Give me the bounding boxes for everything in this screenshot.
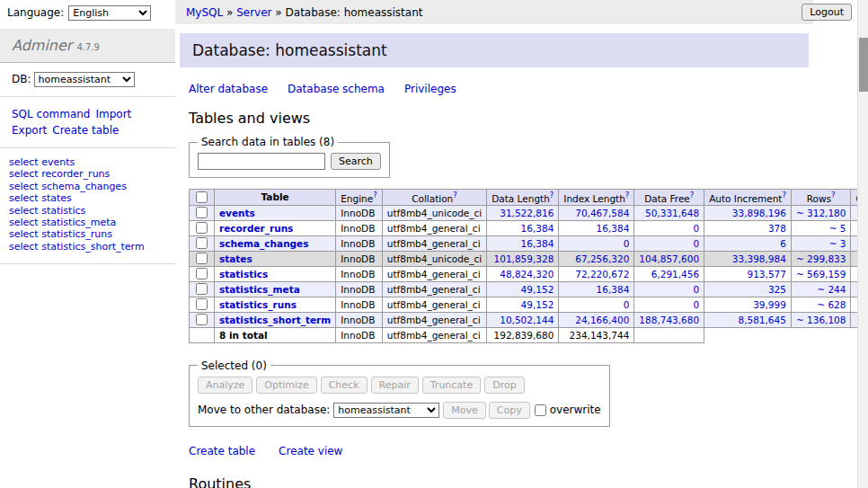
help-icon[interactable]: ? [550,191,554,200]
help-icon[interactable]: ? [453,191,457,200]
breadcrumb-link-mysql[interactable]: MySQL [186,6,223,19]
rows-count-link[interactable]: ~ 136,108 [796,315,846,325]
sidebar-item-select-recorder-runs[interactable]: select recorder_runs [9,168,166,180]
data-free-link[interactable]: 6,291,456 [651,269,699,279]
create-view-link[interactable]: Create view [279,445,342,457]
search-button[interactable]: Search [331,153,381,170]
index-length-link[interactable]: 0 [624,238,630,249]
db-link-database-schema[interactable]: Database schema [288,83,385,95]
data-length-link[interactable]: 10,502,144 [500,315,554,325]
sidebar-item-select-schema-changes[interactable]: select schema_changes [9,181,166,192]
data-length-link[interactable]: 48,824,320 [500,269,554,279]
help-icon[interactable]: ? [625,191,630,200]
sidebar-item-select-statistics[interactable]: select statistics [9,205,166,217]
scrollbar[interactable] [857,0,868,488]
data-free-link[interactable]: 188,743,680 [639,315,699,325]
search-input[interactable] [198,153,325,170]
check-button[interactable]: Check [321,377,368,394]
select-all-checkbox[interactable] [196,191,208,203]
auto-increment-link[interactable]: 39,999 [753,299,786,310]
index-length-link[interactable]: 0 [624,299,630,310]
menu-action-export[interactable]: Export [12,122,47,138]
row-checkbox[interactable] [196,268,208,279]
data-length-link[interactable]: 16,384 [521,223,554,234]
help-icon[interactable]: ? [690,191,695,200]
data-free-link[interactable]: 0 [693,223,699,234]
data-length-link[interactable]: 49,152 [521,299,554,310]
data-free-link[interactable]: 0 [693,299,699,310]
sidebar-item-select-events[interactable]: select events [9,156,166,168]
copy-button[interactable]: Copy [489,402,530,419]
auto-increment-link[interactable]: 325 [768,284,786,295]
table-name-link[interactable]: states [219,253,252,264]
row-checkbox[interactable] [196,222,208,234]
data-free-link[interactable]: 0 [693,284,699,295]
help-icon[interactable]: ? [831,191,836,200]
auto-increment-link[interactable]: 33,898,196 [732,208,786,218]
help-icon[interactable]: ? [782,191,786,200]
sidebar-item-select-statistics-short-term[interactable]: select statistics_short_term [9,241,166,253]
move-db-select[interactable]: homeassistant [333,403,439,418]
rows-count-link[interactable]: ~ 244 [817,284,846,295]
auto-increment-link[interactable]: 913,577 [748,269,786,279]
data-length-link[interactable]: 31,522,816 [500,208,554,218]
sidebar-item-select-states[interactable]: select states [9,192,166,204]
data-length-link[interactable]: 16,384 [521,238,554,249]
repair-button[interactable]: Repair [371,377,419,394]
rows-count-link[interactable]: ~ 312,180 [796,208,846,218]
rows-count-link[interactable]: ~ 569,159 [796,269,846,279]
create-table-link[interactable]: Create table [189,445,255,457]
data-length-link[interactable]: 49,152 [521,284,554,295]
table-name-link[interactable]: statistics [219,269,268,279]
rows-count-link[interactable]: ~ 628 [817,299,846,310]
rows-count-link[interactable]: ~ 3 [829,238,846,249]
sidebar-item-select-statistics-runs[interactable]: select statistics_runs [9,228,166,240]
menu-action-import[interactable]: Import [95,106,131,122]
menu-action-create-table[interactable]: Create table [52,122,119,138]
auto-increment-link[interactable]: 33,398,984 [732,253,786,264]
row-checkbox[interactable] [196,237,208,249]
logout-button[interactable]: Logout [802,4,852,21]
help-icon[interactable]: ? [373,191,377,200]
scrollbar-thumb[interactable] [859,38,868,92]
table-name-link[interactable]: schema_changes [219,238,309,249]
sidebar-item-select-statistics-meta[interactable]: select statistics_meta [9,217,166,228]
db-link-privileges[interactable]: Privileges [404,83,456,95]
row-checkbox[interactable] [196,298,208,310]
data-length-link[interactable]: 101,859,328 [494,253,554,264]
index-length-link[interactable]: 70,467,584 [575,208,629,218]
analyze-button[interactable]: Analyze [198,377,252,394]
move-button[interactable]: Move [443,402,486,419]
overwrite-checkbox[interactable] [535,404,546,416]
table-name-link[interactable]: events [219,208,255,218]
data-free-link[interactable]: 0 [693,238,699,249]
db-link-alter-database[interactable]: Alter database [189,83,268,95]
row-checkbox[interactable] [196,253,208,264]
drop-button[interactable]: Drop [484,377,524,394]
breadcrumb-link-server[interactable]: Server [236,6,271,19]
row-checkbox[interactable] [196,283,208,295]
row-checkbox[interactable] [196,207,208,218]
auto-increment-link[interactable]: 378 [768,223,786,234]
auto-increment-link[interactable]: 8,581,645 [738,315,785,325]
table-name-link[interactable]: statistics_meta [219,284,300,295]
index-length-link[interactable]: 16,384 [597,284,630,295]
rows-count-link[interactable]: ~ 299,833 [796,253,846,264]
optimize-button[interactable]: Optimize [256,377,316,394]
rows-count-link[interactable]: ~ 5 [829,223,846,234]
index-length-link[interactable]: 67,256,320 [575,253,629,264]
table-name-link[interactable]: recorder_runs [219,223,293,234]
data-free-link[interactable]: 104,857,600 [639,253,699,264]
table-name-link[interactable]: statistics_runs [219,299,297,310]
data-free-link[interactable]: 50,331,648 [645,208,699,218]
menu-action-sql-command[interactable]: SQL command [12,106,90,122]
index-length-link[interactable]: 16,384 [597,223,630,234]
table-name-link[interactable]: statistics_short_term [219,315,331,325]
truncate-button[interactable]: Truncate [422,377,481,394]
auto-increment-link[interactable]: 6 [780,238,786,249]
db-select[interactable]: homeassistant [34,72,135,87]
language-select[interactable]: English [68,5,151,21]
index-length-link[interactable]: 72,220,672 [575,269,629,279]
index-length-link[interactable]: 24,166,400 [575,315,629,325]
row-checkbox[interactable] [196,314,208,325]
